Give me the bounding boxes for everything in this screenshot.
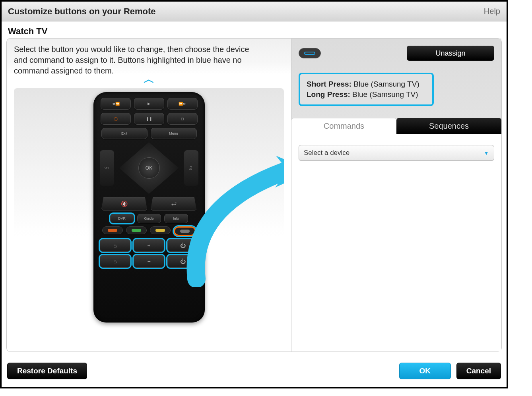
remote-body: ⏮⏪ ▶ ⏩⏭ ◯ ❚❚ ◻ Exit Menu Vol OK [93,92,205,323]
remote-btn-socket-2[interactable]: ⏻ [167,255,198,268]
tab-body: Select a device ▼ [291,134,501,352]
assignment-box: Short Press: Blue (Samsung TV) Long Pres… [299,73,434,106]
remote-btn-exit[interactable]: Exit [101,128,148,139]
remote-btn-color-yellow[interactable] [150,226,171,234]
chevron-down-icon: ▼ [483,150,489,156]
remote-btn-guide[interactable]: Guide [137,214,161,223]
remote-btn-page[interactable]: Pg [184,150,198,186]
tab-commands[interactable]: Commands [291,118,396,134]
remote-btn-back[interactable]: ⮐ [151,197,197,211]
long-press-row: Long Press: Blue (Samsung TV) [307,90,426,99]
remote-dpad-wrap: Vol OK Pg [100,142,198,194]
remote-btn-forward[interactable]: ⏩⏭ [167,98,198,110]
right-top-section: Unassign Short Press: Blue (Samsung TV) … [291,39,501,118]
remote-btn-color-red[interactable] [102,226,123,234]
remote-btn-volume[interactable]: Vol [100,150,114,186]
long-press-label: Long Press: [307,90,350,99]
tab-sequences[interactable]: Sequences [396,118,501,134]
instructions-text: Select the button you would like to chan… [14,44,260,76]
device-select-label: Select a device [304,149,349,157]
tabs: Commands Sequences [291,118,501,134]
remote-stage: ⏮⏪ ▶ ⏩⏭ ◯ ❚❚ ◻ Exit Menu Vol OK [14,88,284,334]
remote-btn-dvr[interactable]: DVR [110,214,134,223]
remote-btn-mute[interactable]: 🔇 [101,197,148,211]
svg-marker-0 [275,156,284,187]
remote-btn-menu[interactable]: Menu [151,128,197,139]
left-panel: Select the button you would like to chan… [6,38,291,352]
right-panel: Unassign Short Press: Blue (Samsung TV) … [291,38,502,352]
remote-btn-ok[interactable]: OK [138,157,160,179]
footer: Restore Defaults OK Cancel [2,355,507,387]
remote-btn-pause[interactable]: ❚❚ [134,113,164,125]
cancel-button[interactable]: Cancel [456,363,501,379]
remote-btn-rewind[interactable]: ⏮⏪ [101,98,131,110]
scroll-up-icon[interactable]: ︿ [144,72,155,87]
page-title: Customize buttons on your Remote [8,6,156,17]
ok-button[interactable]: OK [399,363,451,379]
remote-btn-stop[interactable]: ◻ [167,113,198,125]
long-press-value: Blue (Samsung TV) [352,90,418,99]
remote-btn-light-1[interactable]: ⌂ [100,239,130,252]
short-press-value: Blue (Samsung TV) [353,80,419,88]
remote-btn-plus[interactable]: + [134,239,164,252]
short-press-row: Short Press: Blue (Samsung TV) [307,80,426,89]
activity-title: Watch TV [2,21,507,38]
remote-btn-play[interactable]: ▶ [134,98,164,110]
remote-btn-light-2[interactable]: ⌂ [100,255,130,268]
restore-defaults-button[interactable]: Restore Defaults [7,363,87,379]
remote-btn-color-green[interactable] [126,226,147,234]
remote-btn-record[interactable]: ◯ [101,113,131,125]
remote-btn-minus[interactable]: − [134,255,164,268]
unassign-button[interactable]: Unassign [407,46,494,61]
selected-button-indicator [299,48,321,58]
remote-btn-color-blue[interactable] [175,227,195,235]
remote-dpad[interactable]: OK [119,142,179,194]
help-link[interactable]: Help [484,7,500,16]
device-select[interactable]: Select a device ▼ [299,145,494,161]
short-press-label: Short Press: [307,80,351,88]
main-area: Select the button you would like to chan… [2,38,507,352]
header-bar: Customize buttons on your Remote Help [2,2,507,21]
remote-btn-socket-1[interactable]: ⏻ [167,239,198,252]
remote-btn-info[interactable]: Info [164,214,188,223]
